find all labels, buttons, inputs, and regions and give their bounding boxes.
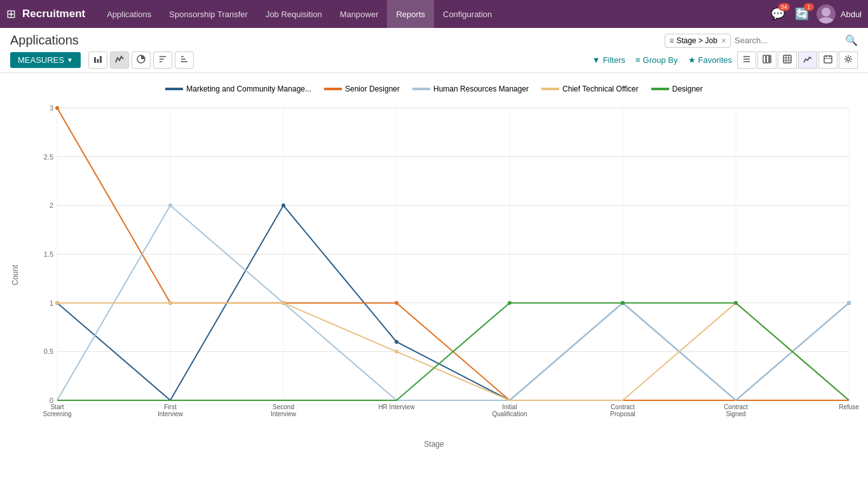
svg-text:Proposal: Proposal [610,410,635,417]
nav-applications[interactable]: Applications [98,0,160,28]
groupby-label: Group By [643,55,678,65]
legend-label-cto: Chief Technical Officer [562,85,639,93]
svg-point-74 [168,203,172,207]
page-title: Applications [10,33,79,48]
sort-asc-button[interactable] [153,51,172,69]
legend-swatch-cto [541,88,559,90]
svg-point-66 [281,203,285,207]
svg-point-67 [395,340,398,344]
svg-point-1 [818,17,834,24]
notifications-button[interactable]: 💬 34 [768,4,787,24]
svg-rect-3 [97,59,98,63]
settings-view-button[interactable] [839,51,858,69]
svg-text:1.5: 1.5 [44,250,53,258]
x-axis-label: Stage [424,440,444,449]
legend-swatch-hr-manager [412,88,430,90]
legend-cto: Chief Technical Officer [541,85,639,93]
nav-sponsorship[interactable]: Sponsorship Transfer [160,0,257,28]
y-axis-label: Count [11,264,20,285]
legend-label-marketing: Marketing and Community Manage... [186,85,311,93]
toolbar: MEASURES ▼ ▼ Filters ≡ Group By ★ F [0,48,868,73]
svg-text:Refuse: Refuse [839,403,859,410]
groupby-icon: ≡ [635,55,641,65]
legend-label-hr-manager: Human Resources Manager [433,85,529,93]
legend-swatch-senior-designer [324,88,342,90]
svg-point-0 [822,8,831,17]
svg-point-85 [734,301,738,305]
legend-designer: Designer [651,85,703,93]
svg-point-73 [395,301,398,305]
svg-point-79 [168,301,172,305]
search-area: ≡ Stage > Job × 🔍 [665,34,858,48]
svg-point-27 [847,58,850,61]
tag-text: Stage > Job [676,36,717,45]
legend-label-senior-designer: Senior Designer [345,85,400,93]
calendar-view-button[interactable] [818,51,837,69]
svg-point-81 [395,349,398,353]
chart-container: Marketing and Community Manage... Senior… [0,73,868,470]
page-header-row: Applications ≡ Stage > Job × 🔍 [0,28,868,48]
groupby-button[interactable]: ≡ Group By [635,55,678,65]
svg-text:Contract: Contract [724,403,748,410]
chart-legend: Marketing and Community Manage... Senior… [0,79,868,98]
svg-text:First: First [164,403,177,410]
graph-view-button[interactable] [798,51,817,69]
svg-rect-15 [763,55,766,63]
chart-type-buttons [88,51,194,69]
star-icon: ★ [688,55,696,65]
svg-text:Initial: Initial [502,403,517,410]
table-view-button[interactable] [778,51,797,69]
legend-marketing: Marketing and Community Manage... [165,85,311,93]
tag-icon: ≡ [669,36,674,45]
svg-text:Start: Start [50,403,64,410]
view-buttons [737,51,858,69]
svg-text:Interview: Interview [158,410,184,417]
svg-text:Second: Second [273,403,294,410]
brand-name: Recruitment [22,8,85,20]
svg-point-83 [508,301,512,305]
svg-text:2.5: 2.5 [44,153,53,161]
notifications-badge: 34 [778,3,790,11]
nav-configuration[interactable]: Configuration [434,0,501,28]
favorites-button[interactable]: ★ Favorites [688,55,732,65]
filters-button[interactable]: ▼ Filters [592,55,625,65]
remove-filter-button[interactable]: × [721,36,726,46]
nav-right-actions: 💬 34 🔄 1 Abdul [768,4,862,24]
bar-chart-button[interactable] [88,51,107,69]
kanban-view-button[interactable] [757,51,776,69]
svg-rect-17 [770,55,771,63]
svg-point-84 [621,301,625,305]
svg-rect-2 [94,57,96,63]
svg-text:0.5: 0.5 [44,348,53,355]
nav-manpower[interactable]: Manpower [331,0,388,28]
search-icon[interactable]: 🔍 [845,34,858,46]
line-chart-button[interactable] [110,51,129,69]
user-name-label[interactable]: Abdul [841,10,862,19]
top-navigation: ⊞ Recruitment Applications Sponsorship T… [0,0,868,28]
svg-rect-4 [100,56,102,63]
tasks-button[interactable]: 🔄 1 [792,4,811,24]
svg-rect-23 [824,56,832,63]
search-input[interactable] [735,36,841,45]
avatar[interactable] [817,4,836,24]
filters-label: Filters [603,55,625,65]
measures-button[interactable]: MEASURES ▼ [10,52,81,68]
sort-desc-button[interactable] [175,51,194,69]
svg-text:HR Interview: HR Interview [378,403,415,410]
pie-chart-button[interactable] [132,51,151,69]
favorites-label: Favorites [698,55,732,65]
list-view-button[interactable] [737,51,756,69]
legend-hr-manager: Human Resources Manager [412,85,529,93]
chart-svg-wrapper: Count 00.511.522.53StartScreeningFirstIn… [0,98,868,451]
svg-text:Qualification: Qualification [492,410,527,417]
nav-job-requisition[interactable]: Job Requisition [257,0,331,28]
svg-text:Signed: Signed [726,410,745,417]
apps-menu-icon[interactable]: ⊞ [6,7,16,21]
active-filter-tag[interactable]: ≡ Stage > Job × [665,34,731,48]
nav-reports[interactable]: Reports [387,0,434,28]
svg-text:Contract: Contract [611,403,635,410]
tasks-badge: 1 [804,3,814,11]
svg-point-80 [281,301,285,305]
svg-point-78 [55,301,59,305]
svg-text:1: 1 [50,299,53,307]
